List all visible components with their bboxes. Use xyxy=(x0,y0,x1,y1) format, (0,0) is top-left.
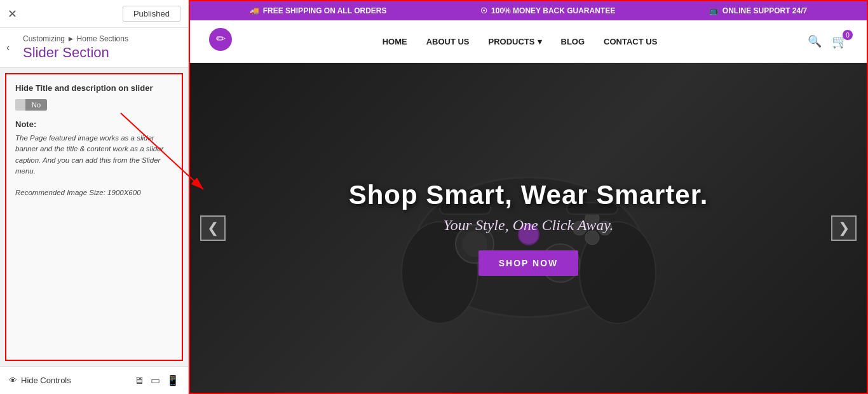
left-customizer-panel: ✕ Published ‹ Customizing ► Home Section… xyxy=(0,0,189,394)
slider-arrow-left[interactable]: ❮ xyxy=(200,215,226,241)
slider-subheading: Your Style, One Click Away. xyxy=(349,217,709,234)
nav-home[interactable]: HOME xyxy=(383,37,407,46)
promo-money-text: 100% MONEY BACK GUARANTEE xyxy=(491,6,615,15)
breadcrumb-child[interactable]: Home Sections xyxy=(77,34,128,43)
preview-area: 🚚 FREE SHIPPING ON ALL ORDERS ☉ 100% MON… xyxy=(189,0,868,394)
slider-heading: Shop Smart, Wear Smarter. xyxy=(349,180,709,210)
hide-controls-button[interactable]: 👁 Hide Controls xyxy=(9,376,71,385)
nav-links: HOME ABOUT US PRODUCTS ▾ BLOG CONTACT US xyxy=(383,37,658,46)
section-title: Slider Section xyxy=(23,44,180,61)
cart-icon-wrapper[interactable]: 🛒 0 xyxy=(832,34,848,49)
toggle-switch[interactable]: No xyxy=(15,99,47,111)
back-button[interactable]: ‹ xyxy=(6,42,10,53)
search-icon[interactable]: 🔍 xyxy=(808,34,822,48)
promo-support: 📺 ONLINE SUPPORT 24/7 xyxy=(709,6,807,15)
toggle-no-label: No xyxy=(25,99,47,111)
shop-now-button[interactable]: SHOP NOW xyxy=(478,250,579,276)
slider-content: Shop Smart, Wear Smarter. Your Style, On… xyxy=(349,180,709,276)
desktop-icon[interactable]: 🖥 xyxy=(134,374,144,386)
logo-icon: ✏ xyxy=(209,28,232,51)
eye-icon: 👁 xyxy=(9,376,17,385)
slider-area: ❮ Shop Smart, Wear Smarter. Your Style, … xyxy=(190,63,867,393)
toggle-off-side xyxy=(15,99,25,111)
promo-bar: 🚚 FREE SHIPPING ON ALL ORDERS ☉ 100% MON… xyxy=(190,1,867,20)
products-dropdown-icon: ▾ xyxy=(538,37,542,46)
truck-icon: 🚚 xyxy=(250,6,259,15)
toggle-label: Hide Title and description on slider xyxy=(15,83,173,93)
promo-support-text: ONLINE SUPPORT 24/7 xyxy=(722,6,807,15)
svg-text:✏: ✏ xyxy=(216,32,226,45)
hide-controls-label: Hide Controls xyxy=(21,376,71,385)
support-icon: 📺 xyxy=(709,6,719,15)
bottom-bar: 👁 Hide Controls 🖥 ▭ 📱 xyxy=(0,366,188,394)
nav-logo: ✏ xyxy=(209,28,232,55)
breadcrumb-parent[interactable]: Customizing xyxy=(23,34,65,43)
nav-about[interactable]: ABOUT US xyxy=(426,37,470,46)
published-button[interactable]: Published xyxy=(123,6,180,22)
nav-icons: 🔍 🛒 0 xyxy=(808,34,848,49)
close-button[interactable]: ✕ xyxy=(8,7,17,21)
nav-bar: ✏ HOME ABOUT US PRODUCTS ▾ BLOG CONTACT … xyxy=(190,20,867,63)
breadcrumb-section: ‹ Customizing ► Home Sections Slider Sec… xyxy=(0,28,188,68)
note-text: The Page featured image works as a slide… xyxy=(15,133,173,199)
note-label: Note: xyxy=(15,119,173,129)
panel-content: Hide Title and description on slider No … xyxy=(5,73,183,361)
promo-money-back: ☉ 100% MONEY BACK GUARANTEE xyxy=(480,6,615,15)
slider-arrow-right[interactable]: ❯ xyxy=(831,215,857,241)
note-recommended: Recommended Image Size: 1900X600 xyxy=(15,189,141,196)
nav-products[interactable]: PRODUCTS ▾ xyxy=(489,37,542,46)
breadcrumb: Customizing ► Home Sections xyxy=(23,34,180,43)
device-icons: 🖥 ▭ 📱 xyxy=(134,374,179,386)
breadcrumb-arrow: ► xyxy=(67,34,76,43)
cart-count-badge: 0 xyxy=(843,30,853,40)
promo-shipping-text: FREE SHIPPING ON ALL ORDERS xyxy=(263,6,387,15)
mobile-icon[interactable]: 📱 xyxy=(166,374,179,386)
toggle-row: No xyxy=(15,99,173,111)
promo-shipping: 🚚 FREE SHIPPING ON ALL ORDERS xyxy=(250,6,387,15)
nav-contact[interactable]: CONTACT US xyxy=(604,37,657,46)
shield-icon: ☉ xyxy=(480,6,487,15)
top-bar: ✕ Published xyxy=(0,0,188,28)
nav-blog[interactable]: BLOG xyxy=(561,37,585,46)
tablet-icon[interactable]: ▭ xyxy=(151,374,160,386)
